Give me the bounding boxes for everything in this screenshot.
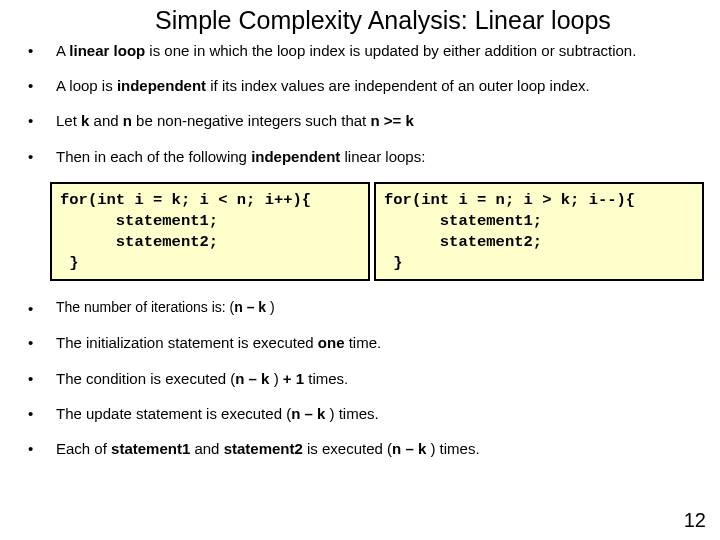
text: Then in each of the following <box>56 148 251 165</box>
bold-text: n – k <box>234 299 266 315</box>
bullet-7: The condition is executed (n – k ) + 1 t… <box>22 369 698 388</box>
bullet-list-top: A linear loop is one in which the loop i… <box>22 41 698 166</box>
bold-text: one <box>318 334 345 351</box>
text: A <box>56 42 69 59</box>
bullet-3: Let k and n be non-negative integers suc… <box>22 111 698 130</box>
text: Each of <box>56 440 111 457</box>
bold-text: n – k <box>291 405 325 422</box>
bullet-9: Each of statement1 and statement2 is exe… <box>22 439 698 458</box>
text: Let <box>56 112 81 129</box>
text: be non-negative integers such that <box>132 112 371 129</box>
text: A loop is <box>56 77 117 94</box>
page-number: 12 <box>684 509 706 532</box>
bold-text: linear loop <box>69 42 145 59</box>
text: ) <box>266 299 275 315</box>
text: and <box>190 440 223 457</box>
bold-text: independent <box>251 148 340 165</box>
bullet-4: Then in each of the following independen… <box>22 147 698 166</box>
text: ) times. <box>325 405 378 422</box>
code-box-increment: for(int i = k; i < n; i++){ statement1; … <box>50 182 370 282</box>
bold-text: n >= k <box>370 112 413 129</box>
text: linear loops: <box>340 148 425 165</box>
text: and <box>89 112 122 129</box>
text: time. <box>344 334 381 351</box>
text: ) <box>269 370 282 387</box>
text: The condition is executed ( <box>56 370 235 387</box>
slide-title: Simple Complexity Analysis: Linear loops <box>68 6 698 35</box>
text: times. <box>304 370 348 387</box>
text: if its index values are independent of a… <box>206 77 590 94</box>
bullet-1: A linear loop is one in which the loop i… <box>22 41 698 60</box>
text: ) times. <box>426 440 479 457</box>
bullet-6: The initialization statement is executed… <box>22 333 698 352</box>
code-row: for(int i = k; i < n; i++){ statement1; … <box>50 182 698 282</box>
text: is executed ( <box>303 440 392 457</box>
text: The number of iterations is: ( <box>56 299 234 315</box>
bullet-5: The number of iterations is: (n – k ) <box>22 299 698 317</box>
bold-text: n <box>123 112 132 129</box>
code-box-decrement: for(int i = n; i > k; i--){ statement1; … <box>374 182 704 282</box>
text: The initialization statement is executed <box>56 334 318 351</box>
bullet-2: A loop is independent if its index value… <box>22 76 698 95</box>
bold-text: statement1 <box>111 440 190 457</box>
bold-text: independent <box>117 77 206 94</box>
bold-text: n – k <box>235 370 269 387</box>
text: The update statement is executed ( <box>56 405 291 422</box>
slide: Simple Complexity Analysis: Linear loops… <box>0 0 720 540</box>
bullet-list-bottom: The number of iterations is: (n – k ) Th… <box>22 299 698 458</box>
bold-text: statement2 <box>224 440 303 457</box>
bold-text: + 1 <box>283 370 304 387</box>
bold-text: n – k <box>392 440 426 457</box>
text: is one in which the loop index is update… <box>145 42 636 59</box>
bullet-8: The update statement is executed (n – k … <box>22 404 698 423</box>
